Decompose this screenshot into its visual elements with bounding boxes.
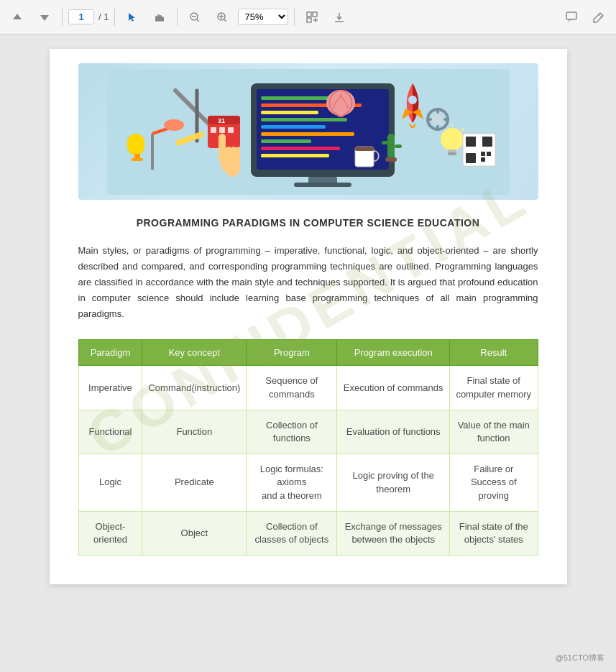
zoom-select[interactable]: 75% 50% 100% 125% 150% <box>238 9 288 25</box>
svg-rect-39 <box>261 132 354 136</box>
table-header-row: Paradigm Key concept Program Program exe… <box>78 340 538 366</box>
cell-program: Sequence of commands <box>247 366 337 410</box>
svg-rect-54 <box>448 152 456 155</box>
svg-rect-30 <box>228 127 234 133</box>
svg-rect-23 <box>132 158 143 161</box>
svg-line-8 <box>224 19 226 22</box>
scroll-up-button[interactable] <box>6 6 29 29</box>
cell-key-concept: Object <box>142 511 247 555</box>
svg-text:31: 31 <box>218 117 225 124</box>
cell-program: Collection of functions <box>247 410 337 454</box>
table-row: Object-orientedObjectCollection of class… <box>78 511 538 555</box>
svg-rect-37 <box>261 118 347 121</box>
cell-program: Collection of classes of objects <box>247 511 337 555</box>
col-header-result: Result <box>450 340 538 366</box>
cell-program: Logic formulas: axioms and a theorem <box>247 454 337 512</box>
svg-point-47 <box>433 114 443 124</box>
attribution: @51CTO博客 <box>556 653 604 663</box>
zoom-in-button[interactable] <box>211 6 234 29</box>
svg-rect-61 <box>385 157 397 162</box>
cell-execution: Exchange of messages between the objects <box>337 511 450 555</box>
table-row: FunctionalFunctionCollection of function… <box>78 410 538 454</box>
svg-rect-36 <box>261 111 318 114</box>
scroll-down-button[interactable] <box>33 6 56 29</box>
cell-key-concept: Command(instruction) <box>142 366 247 410</box>
svg-line-5 <box>197 19 199 22</box>
svg-rect-67 <box>487 152 491 156</box>
toolbar-separator-3 <box>177 9 178 26</box>
svg-rect-11 <box>307 12 311 17</box>
svg-rect-41 <box>261 147 340 150</box>
svg-rect-64 <box>482 137 492 147</box>
svg-rect-18 <box>566 12 576 19</box>
svg-rect-70 <box>355 147 374 151</box>
comment-button[interactable] <box>560 6 583 29</box>
svg-rect-68 <box>481 157 485 162</box>
col-header-execution: Program execution <box>337 340 450 366</box>
svg-rect-3 <box>162 17 164 22</box>
svg-rect-51 <box>443 118 449 121</box>
svg-line-19 <box>599 14 602 17</box>
cell-result: Final state of computer memory <box>450 366 538 410</box>
svg-point-73 <box>164 119 184 131</box>
content-area: CONFIDENTIAL <box>0 34 616 672</box>
col-header-key-concept: Key concept <box>142 340 247 366</box>
svg-rect-44 <box>294 183 351 187</box>
zoom-out-button[interactable] <box>183 6 206 29</box>
page-title: PROGRAMMING PARADIGMS IN COMPUTER SCIENC… <box>78 217 538 229</box>
toolbar-separator-4 <box>294 9 295 26</box>
cell-paradigm: Object-oriented <box>78 511 142 555</box>
svg-rect-2 <box>160 15 162 22</box>
page-container: CONFIDENTIAL <box>50 49 567 584</box>
svg-rect-50 <box>426 118 432 121</box>
svg-rect-28 <box>211 127 216 133</box>
header-image: 31 <box>78 63 538 200</box>
table-row: ImperativeCommand(instruction)Sequence o… <box>78 366 538 410</box>
paradigm-table: Paradigm Key concept Program Program exe… <box>78 339 538 556</box>
svg-point-45 <box>408 96 417 104</box>
fit-page-button[interactable] <box>300 6 323 29</box>
svg-point-52 <box>441 128 464 151</box>
cell-paradigm: Imperative <box>78 366 142 410</box>
cell-key-concept: Function <box>142 410 247 454</box>
svg-rect-12 <box>313 12 317 17</box>
toolbar-separator-1 <box>62 9 63 26</box>
toolbar-separator-2 <box>114 9 115 26</box>
svg-rect-1 <box>157 14 160 22</box>
page-total: / 1 <box>98 11 109 22</box>
page-number-input[interactable] <box>68 9 94 24</box>
svg-rect-40 <box>261 139 311 143</box>
cell-execution: Evaluation of functions <box>337 410 450 454</box>
svg-rect-66 <box>481 152 485 156</box>
cell-paradigm: Functional <box>78 410 142 454</box>
cell-key-concept: Predicate <box>142 454 247 512</box>
svg-rect-0 <box>155 16 157 22</box>
col-header-program: Program <box>247 340 337 366</box>
svg-rect-34 <box>261 96 333 100</box>
body-text: Main styles, or paradigms of programming… <box>78 243 538 322</box>
table-row: LogicPredicateLogic formulas: axioms and… <box>78 454 538 512</box>
svg-rect-59 <box>382 141 389 144</box>
hand-tool-button[interactable] <box>148 6 171 29</box>
toolbar: / 1 75% 50% 100% 125% 150% <box>0 0 616 34</box>
download-button[interactable] <box>328 6 351 29</box>
svg-rect-58 <box>387 134 395 159</box>
svg-rect-21 <box>127 134 144 155</box>
cell-execution: Logic proving of the theorem <box>337 454 450 512</box>
col-header-paradigm: Paradigm <box>78 340 142 366</box>
cell-paradigm: Logic <box>78 454 142 512</box>
svg-rect-63 <box>466 137 476 147</box>
svg-rect-65 <box>466 153 476 163</box>
cell-result: Final state of the objects' states <box>450 511 538 555</box>
cell-execution: Execution of commands <box>337 366 450 410</box>
cursor-tool-button[interactable] <box>121 6 144 29</box>
cell-result: Value of the main function <box>450 410 538 454</box>
svg-rect-13 <box>307 18 311 22</box>
svg-rect-49 <box>436 125 439 131</box>
svg-rect-42 <box>261 154 329 157</box>
svg-rect-48 <box>436 108 439 114</box>
svg-rect-29 <box>219 127 225 133</box>
svg-point-75 <box>326 90 355 116</box>
svg-rect-60 <box>395 144 402 148</box>
pen-button[interactable] <box>587 6 610 29</box>
